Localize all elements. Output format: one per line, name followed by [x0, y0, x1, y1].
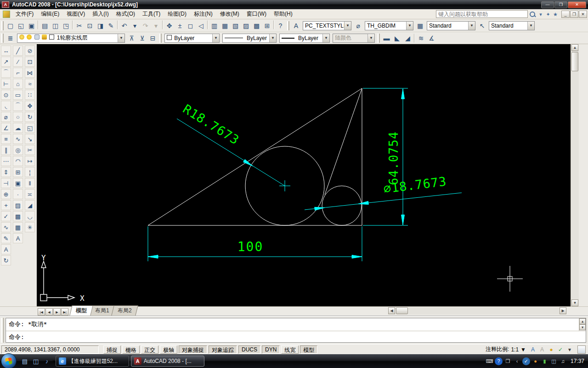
modify-tool-fillet[interactable]: ◡: [25, 211, 35, 221]
dim-tool-quick-dimension[interactable]: ≡: [1, 134, 11, 144]
dim-tool-tolerance[interactable]: ⊕: [1, 189, 11, 199]
toolbar-grip[interactable]: [1, 21, 4, 30]
layer-tool-button-make-object-layer-current[interactable]: ⊼: [126, 33, 137, 43]
tab-nav-button-next-tab[interactable]: ▶: [53, 308, 61, 316]
status-toggle-snap[interactable]: 捕捉: [103, 345, 121, 354]
annotate-icon[interactable]: ≋: [416, 33, 426, 43]
cmd-scroll-down-icon[interactable]: ▼: [579, 324, 586, 330]
modify-tool-array[interactable]: ∷: [25, 90, 35, 100]
text-style-icon[interactable]: A: [291, 20, 301, 31]
toolbar-button-cut[interactable]: ✂: [74, 20, 85, 31]
dim-tool-diameter-dimension[interactable]: ⌀: [1, 112, 11, 122]
toolbar-button-plot-preview[interactable]: ◫: [50, 20, 61, 31]
menu-item-7[interactable]: 标注(N): [190, 9, 216, 19]
tray-icon-security-shield-icon[interactable]: ✓: [522, 357, 530, 365]
modify-tool-scale[interactable]: ◱: [25, 123, 35, 133]
scroll-down-icon[interactable]: ▼: [571, 299, 578, 306]
draw-tool-insert-block[interactable]: ⊞: [13, 167, 23, 177]
quick-dim2-icon[interactable]: ◢: [402, 33, 413, 43]
doc-close-button[interactable]: ✕: [579, 11, 587, 18]
tray-icon-restore-tray-icon[interactable]: ❐: [504, 357, 512, 365]
toolbar-grip[interactable]: [287, 21, 289, 30]
menu-item-0[interactable]: 文件(F): [12, 9, 37, 19]
start-button[interactable]: [1, 353, 17, 368]
table-style-icon[interactable]: ▦: [415, 20, 425, 31]
modify-tool-move[interactable]: ✥: [25, 101, 35, 111]
vertical-scrollbar[interactable]: ▲ ▼: [571, 44, 579, 306]
command-prompt-line[interactable]: 命令:: [6, 331, 586, 343]
coordinates-readout[interactable]: 2089.4908, 1341.3367, 0.0000: [1, 345, 99, 354]
modify-tool-offset[interactable]: ≈: [25, 79, 35, 89]
draw-tool-revision-cloud[interactable]: ☁: [13, 123, 23, 133]
tray-icon-network-icon[interactable]: ◫: [550, 357, 558, 365]
draw-tool-polyline[interactable]: ⌐: [13, 68, 23, 78]
menu-item-2[interactable]: 视图(V): [63, 9, 89, 19]
menu-item-10[interactable]: 帮助(H): [270, 9, 296, 19]
toolbar-button-zoom-realtime[interactable]: ±: [175, 20, 185, 31]
menu-item-9[interactable]: 窗口(W): [243, 9, 270, 19]
draw-tool-polygon[interactable]: ⌂: [13, 79, 23, 89]
favorites-star-icon[interactable]: ★: [552, 11, 559, 18]
layer-lock-icon[interactable]: [42, 34, 47, 40]
layout-tab-layout2[interactable]: 布局2: [111, 305, 138, 316]
restore-button[interactable]: ❐: [554, 1, 567, 8]
draw-tool-construction-line[interactable]: ∕: [13, 57, 23, 67]
clean-screen-button[interactable]: [577, 345, 586, 354]
combo-arrow-icon[interactable]: ▼: [118, 34, 124, 42]
search-icon[interactable]: [529, 11, 536, 18]
draw-tool-arc[interactable]: ⌒: [13, 101, 23, 111]
hscroll-thumb[interactable]: [396, 307, 408, 314]
dim-style-icon[interactable]: ⌀: [353, 20, 363, 31]
tray-icon-power-plug-icon[interactable]: ▮: [541, 357, 548, 365]
status-toggle-ortho[interactable]: 正交: [141, 345, 158, 354]
toolbar-button-pan[interactable]: ✥: [164, 20, 175, 31]
dim-tool-center-mark[interactable]: +: [1, 200, 11, 210]
command-text-area[interactable]: 命令: *取消* 命令: ▲ ▼: [6, 318, 586, 343]
dim-measure-icon[interactable]: ▬: [381, 33, 392, 43]
color-combo[interactable]: ByLayer ▼: [164, 34, 220, 43]
modify-tool-chamfer[interactable]: ◢: [25, 200, 35, 210]
menu-item-5[interactable]: 工具(T): [139, 9, 164, 19]
draw-tool-table[interactable]: ▦: [13, 222, 23, 232]
draw-tool-spline[interactable]: ∿: [13, 134, 23, 144]
toolbar-grip[interactable]: [159, 34, 162, 43]
modify-tool-trim[interactable]: ✂: [25, 145, 35, 155]
menu-item-8[interactable]: 修改(M): [216, 9, 243, 19]
toolbar-button-markup-set-manager[interactable]: ▩: [251, 20, 262, 31]
toolbar-button-redo[interactable]: ↷: [140, 20, 151, 31]
dim-tool-linear-dimension[interactable]: ↔: [1, 46, 11, 56]
drawing-canvas[interactable]: R18.7673 64.0754 ∅18.7673 100 Y X: [37, 44, 571, 306]
status-toggle-polar[interactable]: 极轴: [160, 345, 177, 354]
layer-tool-button-layer-previous[interactable]: ⊻: [137, 33, 147, 43]
quick-launch-icon-window-switcher-icon[interactable]: ◫: [31, 356, 40, 366]
menu-item-6[interactable]: 绘图(D): [164, 9, 190, 19]
combo-arrow-icon[interactable]: ▼: [406, 22, 413, 30]
status-icon-status-tray-icon[interactable]: ✓: [556, 345, 565, 354]
toolbar-button-tool-palettes[interactable]: ▧: [230, 20, 241, 31]
modify-tool-break-at-point[interactable]: ¦: [25, 167, 35, 177]
draw-tool-circle[interactable]: ○: [13, 112, 23, 122]
dim-tool-dimension-space[interactable]: ⇕: [1, 167, 11, 177]
draw-tool-ellipse-arc[interactable]: ◠: [13, 156, 23, 166]
help-search-input[interactable]: [436, 10, 528, 18]
draw-tool-rectangle[interactable]: ▭: [13, 90, 23, 100]
toolbar-button-publish[interactable]: ◳: [61, 20, 71, 31]
toolbar-button-sheet-set-manager[interactable]: ▨: [241, 20, 251, 31]
dim-tool-dimension-update[interactable]: ↻: [1, 255, 11, 265]
dim-tool-angular-dimension[interactable]: ∠: [1, 123, 11, 133]
layer-combo[interactable]: 1轮廓实线层 ▼: [17, 34, 125, 43]
status-toggle-ducs[interactable]: DUCS: [238, 345, 260, 354]
quick-launch-icon-media-player-icon[interactable]: ♪: [42, 356, 51, 366]
tray-icon-help-tray-icon[interactable]: ?: [495, 357, 503, 365]
combo-arrow-icon[interactable]: ▼: [527, 22, 534, 30]
combo-arrow-icon[interactable]: ▼: [344, 22, 351, 30]
combo-arrow-icon[interactable]: ▼: [322, 34, 329, 42]
tray-icon-chevron-left-icon[interactable]: ‹: [513, 357, 521, 365]
communication-center-icon[interactable]: ✦: [544, 11, 552, 18]
quick-launch-icon-show-desktop-icon[interactable]: ▤: [20, 356, 29, 366]
task-button-task-autocad[interactable]: A AutoCAD 2008 - [...: [131, 356, 204, 367]
cmd-scroll-up-icon[interactable]: ▲: [579, 318, 586, 324]
minimize-button[interactable]: —: [541, 1, 554, 8]
status-icon-annotation-autoscale-icon[interactable]: A: [538, 345, 546, 354]
toolbar-button-open-file[interactable]: ◱: [16, 20, 26, 31]
